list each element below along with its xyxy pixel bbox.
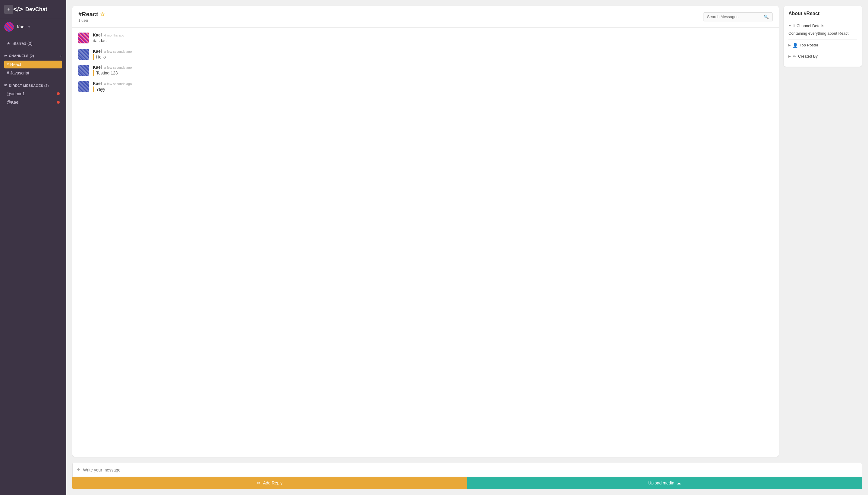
chevron-down-icon: ▾ [28, 25, 30, 29]
hash-icon: # [7, 70, 9, 75]
search-box[interactable]: 🔍 [703, 12, 773, 21]
message-text: Testing 123 [93, 70, 773, 76]
message-author: Kael [93, 33, 102, 37]
reply-icon: ✏ [257, 480, 261, 485]
avatar [79, 33, 89, 44]
message-meta: Kael a few seconds ago [93, 49, 773, 54]
dm-name: @admin1 [7, 91, 25, 96]
user-info[interactable]: Kael ▾ [0, 19, 66, 35]
online-indicator [57, 101, 60, 104]
message-content: Kael a few seconds ago Hello [93, 49, 773, 60]
logo-icon: </> [13, 5, 23, 13]
channel-title-wrapper: #React ☆ 1 user [79, 11, 105, 23]
message-time: a few seconds ago [104, 66, 132, 69]
top-poster-section: ▶ 👤 Top Poster [788, 39, 857, 51]
app-name: DevChat [25, 6, 47, 13]
starred-item[interactable]: ★ Starred (0) [4, 39, 62, 47]
dm-header: ✉ DIRECT MESSAGES (2) [4, 84, 62, 87]
message-text: Hello [93, 54, 773, 60]
add-button[interactable]: + [4, 5, 13, 14]
message-author: Kael [93, 81, 102, 86]
message-content: Kael a few seconds ago Testing 123 [93, 65, 773, 76]
dm-label: DIRECT MESSAGES (2) [9, 84, 49, 87]
channel-name: React [10, 62, 21, 67]
app-logo: </> DevChat [13, 5, 47, 13]
messages-area: Kael 4 months ago dasdas Kael a few [72, 28, 779, 457]
avatar-image [79, 33, 89, 44]
dm-item-admin1[interactable]: @admin1 [4, 90, 62, 98]
avatar [79, 65, 89, 76]
message-item: Kael a few seconds ago Hello [79, 49, 773, 60]
content-wrapper: #React ☆ 1 user 🔍 [66, 0, 868, 463]
chevron-right-icon: ▶ [788, 44, 791, 47]
person-icon: 👤 [793, 43, 798, 48]
message-item: Kael a few seconds ago Yayy [79, 81, 773, 92]
message-time: 4 months ago [104, 33, 124, 37]
main-area: #React ☆ 1 user 🔍 [66, 0, 868, 495]
chat-header: #React ☆ 1 user 🔍 [72, 6, 779, 28]
channel-title: #React ☆ [79, 11, 105, 18]
message-meta: Kael a few seconds ago [93, 81, 773, 86]
message-item: Kael 4 months ago dasdas [79, 33, 773, 44]
message-item: Kael a few seconds ago Testing 123 [79, 65, 773, 76]
channel-title-text: #React [79, 11, 98, 18]
add-channel-button[interactable]: + [60, 53, 62, 58]
created-by-label: Created By [798, 54, 818, 58]
dm-section: ✉ DIRECT MESSAGES (2) @admin1 @Kael [0, 79, 66, 108]
channel-description: Containing everything about React [788, 31, 857, 36]
search-input[interactable] [707, 15, 761, 19]
message-time: a few seconds ago [104, 82, 132, 86]
action-buttons: ✏ Add Reply Upload media ☁ [72, 477, 862, 489]
upload-icon: ☁ [677, 480, 681, 485]
hash-icon: # [7, 62, 9, 67]
top-poster-label: Top Poster [800, 43, 818, 47]
message-author: Kael [93, 65, 102, 70]
avatar [79, 81, 89, 92]
about-title: About #React [788, 11, 857, 16]
chat-panel: #React ☆ 1 user 🔍 [72, 6, 779, 457]
top-poster-header[interactable]: ▶ 👤 Top Poster [788, 43, 857, 48]
star-icon: ★ [7, 41, 11, 46]
sidebar: + </> DevChat Kael ▾ ★ Starred (0) ⇌ CHA… [0, 0, 66, 495]
about-card: About #React ▼ ℹ Channel Details Contain… [784, 6, 862, 67]
sidebar-header: + </> DevChat [0, 0, 66, 19]
message-content: Kael 4 months ago dasdas [93, 33, 773, 44]
starred-label: Starred (0) [12, 41, 33, 46]
message-meta: Kael 4 months ago [93, 33, 773, 37]
add-attachment-button[interactable]: + [77, 467, 80, 473]
message-text: Yayy [93, 86, 773, 92]
channels-label: CHANNELS (2) [9, 54, 34, 57]
message-content: Kael a few seconds ago Yayy [93, 81, 773, 92]
favorite-star-icon[interactable]: ☆ [100, 11, 105, 18]
upload-media-label: Upload media [648, 480, 674, 485]
chevron-down-icon: ▼ [788, 24, 792, 28]
message-input[interactable] [83, 467, 857, 472]
message-text: dasdas [93, 38, 773, 44]
channel-details-header[interactable]: ▼ ℹ Channel Details [788, 23, 857, 28]
message-author: Kael [93, 49, 102, 54]
avatar [79, 49, 89, 60]
avatar-image [79, 81, 89, 92]
dm-icon: ✉ [4, 84, 7, 87]
sidebar-item-react[interactable]: # React [4, 61, 62, 68]
channel-details-section: ▼ ℹ Channel Details Containing everythin… [788, 20, 857, 39]
dm-name: @Kael [7, 100, 19, 105]
channel-name: Javascript [10, 70, 29, 75]
add-reply-label: Add Reply [263, 480, 283, 485]
avatar-image [79, 49, 89, 60]
created-by-header[interactable]: ▶ ✏ Created By [788, 54, 857, 59]
avatar-image [79, 65, 89, 76]
user-count: 1 user [79, 18, 105, 23]
dm-item-kael[interactable]: @Kael [4, 98, 62, 106]
channels-icon: ⇌ [4, 54, 7, 58]
upload-media-button[interactable]: Upload media ☁ [467, 477, 862, 489]
chevron-right-icon: ▶ [788, 54, 791, 58]
avatar [4, 22, 14, 32]
sidebar-item-javascript[interactable]: # Javascript [4, 69, 62, 77]
add-reply-button[interactable]: ✏ Add Reply [72, 477, 467, 489]
channels-header: ⇌ CHANNELS (2) + [4, 53, 62, 58]
message-time: a few seconds ago [104, 50, 132, 53]
username: Kael [17, 24, 25, 29]
channel-details-label: Channel Details [797, 23, 824, 28]
right-panel: About #React ▼ ℹ Channel Details Contain… [784, 6, 862, 457]
